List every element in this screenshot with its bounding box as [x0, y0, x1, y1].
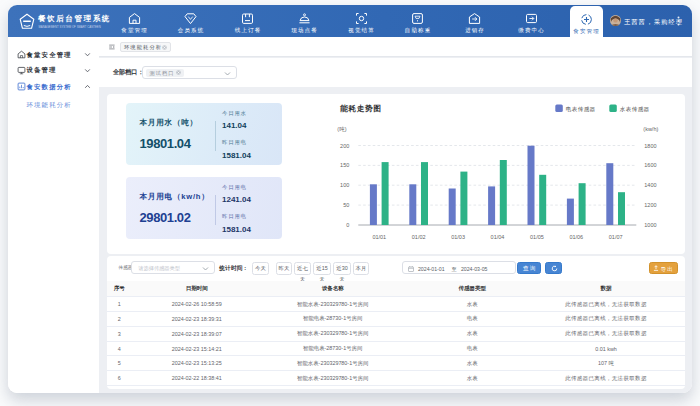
svg-text:01/02: 01/02: [412, 234, 426, 240]
svg-text:0: 0: [346, 222, 349, 228]
svg-text:1600: 1600: [644, 162, 656, 168]
svg-text:1000: 1000: [644, 222, 656, 228]
svg-text:100: 100: [340, 182, 349, 188]
svg-text:1800: 1800: [644, 142, 656, 148]
svg-text:150: 150: [340, 162, 349, 168]
svg-text:(kw/h): (kw/h): [643, 125, 658, 131]
svg-text:01/03: 01/03: [451, 234, 465, 240]
svg-text:01/04: 01/04: [490, 234, 504, 240]
svg-text:(吨): (吨): [337, 125, 346, 131]
svg-text:01/05: 01/05: [530, 234, 544, 240]
svg-text:01/07: 01/07: [609, 234, 623, 240]
svg-text:电表传感器: 电表传感器: [565, 106, 595, 112]
svg-text:1400: 1400: [644, 182, 656, 188]
svg-text:01/06: 01/06: [569, 234, 583, 240]
svg-text:能耗走势图: 能耗走势图: [339, 104, 381, 113]
svg-text:01/01: 01/01: [372, 234, 386, 240]
svg-text:水表传感器: 水表传感器: [619, 106, 649, 112]
svg-text:200: 200: [340, 142, 349, 148]
svg-text:1200: 1200: [644, 202, 656, 208]
svg-text:50: 50: [343, 202, 349, 208]
